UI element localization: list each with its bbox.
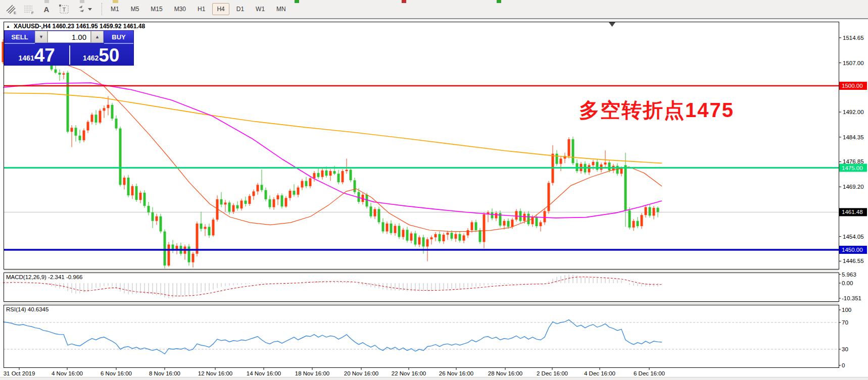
indicators-icon[interactable]: E <box>5 3 18 15</box>
timeframe-button-d1[interactable]: D1 <box>232 3 249 15</box>
candle-body <box>59 73 61 75</box>
candle-body <box>139 193 142 200</box>
arrange-arrows-icon[interactable] <box>75 3 94 15</box>
candle-body <box>544 211 546 222</box>
candle-body <box>370 206 372 216</box>
candle-body <box>257 185 259 191</box>
candle-body <box>285 198 287 206</box>
candle-body <box>83 130 85 140</box>
price-tick-label: 1484.35 <box>843 134 864 140</box>
candle-body <box>107 105 110 108</box>
candle-body <box>329 171 332 176</box>
candle-body <box>414 234 417 245</box>
time-axis-label: 26 Nov 16:00 <box>439 370 473 376</box>
text-label-icon[interactable]: A <box>40 3 53 15</box>
svg-text:E: E <box>14 11 16 15</box>
timeframe-button-w1[interactable]: W1 <box>251 3 269 15</box>
candle-body <box>337 174 340 182</box>
candle-body <box>592 162 595 166</box>
macd-label: MACD(12,26,9) -2.341 -0.966 <box>6 274 83 280</box>
time-axis-label: 12 Nov 16:00 <box>198 370 232 376</box>
price-badge-label: 1461.48 <box>842 209 863 215</box>
time-axis-label: 28 Nov 16:00 <box>488 370 522 376</box>
text-box-icon[interactable]: T <box>58 3 71 15</box>
candle-body <box>439 234 441 241</box>
candle-body <box>495 213 498 218</box>
volume-decrease-button[interactable]: ▼ <box>35 31 47 43</box>
symbol-ohlc-text: XAUUSD-,H4 1460.23 1461.95 1459.92 1461.… <box>14 23 145 30</box>
buy-button[interactable]: BUY <box>104 31 133 44</box>
timeframe-button-h1[interactable]: H1 <box>193 3 210 15</box>
buy-price-small: 1462 <box>83 54 99 62</box>
timeframe-button-m30[interactable]: M30 <box>170 3 190 15</box>
window-remnant <box>402 0 406 3</box>
candle-body <box>390 224 393 233</box>
candle-body <box>451 233 453 239</box>
candle-body <box>305 181 308 186</box>
collapse-triangle-icon[interactable]: ▲ <box>6 24 10 29</box>
candle-body <box>616 166 619 174</box>
candle-body <box>99 111 102 122</box>
candle-body <box>289 191 292 198</box>
candle-body <box>143 193 146 206</box>
price-tick-label: 1446.55 <box>843 258 864 264</box>
candle-body <box>568 139 570 156</box>
status-bar <box>0 377 868 380</box>
buy-price-button[interactable]: 1462 50 <box>69 44 134 66</box>
candle-body <box>410 234 413 241</box>
candle-body <box>317 173 320 177</box>
candle-body <box>71 128 73 132</box>
candle-body <box>560 158 562 164</box>
candle-body <box>164 232 166 266</box>
candle-body <box>212 220 215 235</box>
rsi-axis-label: 0 <box>842 362 845 368</box>
timeframe-button-h4[interactable]: H4 <box>212 3 229 15</box>
candle-body <box>435 234 437 238</box>
candle-body <box>325 171 328 176</box>
time-axis-label: 4 Dec 16:00 <box>584 370 615 376</box>
grid-icon[interactable]: F <box>22 3 35 15</box>
sell-button[interactable]: SELL <box>5 31 35 44</box>
price-tick-label: 1469.20 <box>843 184 864 190</box>
rsi-label: RSI(14) 40.6345 <box>6 306 49 312</box>
price-badge-label: 1500.00 <box>842 83 863 89</box>
window-remnant <box>295 0 299 3</box>
candle-body <box>95 115 98 123</box>
macd-axis-label: 0.00 <box>842 280 853 286</box>
time-axis-label: 18 Nov 16:00 <box>295 370 329 376</box>
rsi-axis-label: 100 <box>842 307 851 313</box>
candle-body <box>297 188 300 195</box>
time-axis-label: 2 Dec 16:00 <box>537 370 568 376</box>
candle-body <box>507 221 510 227</box>
volume-increase-button[interactable]: ▲ <box>91 31 104 43</box>
candle-body <box>624 165 627 210</box>
candle-body <box>333 171 336 174</box>
candle-body <box>103 108 106 111</box>
candle-body <box>515 211 518 220</box>
candle-body <box>426 239 429 246</box>
crayon-lines-icon: E <box>5 4 17 15</box>
candle-body <box>265 190 267 199</box>
timeframe-button-m1[interactable]: M1 <box>106 3 124 15</box>
timeframe-button-mn[interactable]: MN <box>272 3 291 15</box>
candle-body <box>633 221 635 228</box>
candle-body <box>596 162 599 170</box>
candle-body <box>220 199 223 204</box>
sell-price-button[interactable]: 1461 47 <box>5 44 69 66</box>
timeframe-button-m5[interactable]: M5 <box>126 3 144 15</box>
candle-body <box>382 222 384 231</box>
candle-body <box>63 73 65 75</box>
candle-body <box>301 181 304 188</box>
timeframe-button-m15[interactable]: M15 <box>146 3 167 15</box>
macd-axis-label: -10.351 <box>842 295 861 301</box>
candle-body <box>604 162 607 165</box>
candle-body <box>455 234 457 239</box>
symbol-header[interactable]: ▲ XAUUSD-,H4 1460.23 1461.95 1459.92 146… <box>6 23 145 30</box>
volume-input[interactable] <box>47 31 91 43</box>
candle-body <box>467 230 469 235</box>
buy-price-big: 50 <box>99 46 119 65</box>
candle-body <box>350 170 352 180</box>
rsi-axis-label: 30 <box>842 346 848 352</box>
candle-body <box>228 202 231 211</box>
candle-body <box>527 214 530 225</box>
